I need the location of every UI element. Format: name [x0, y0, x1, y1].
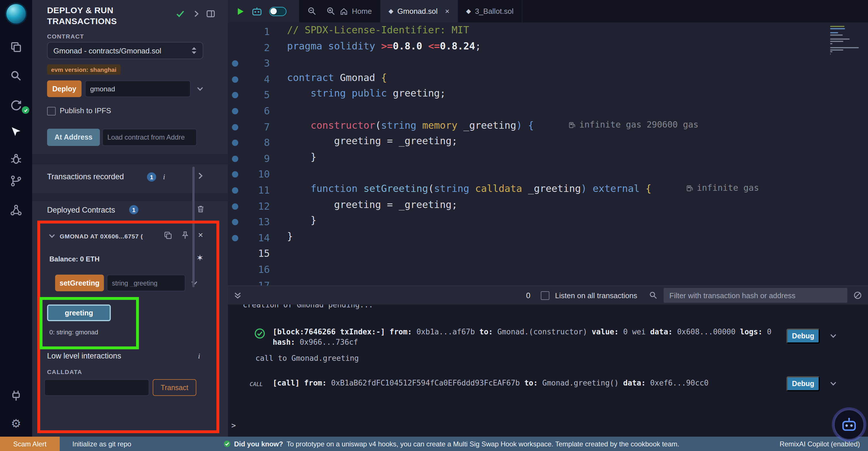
- code-line[interactable]: pragma solidity >=0.8.0 <=0.8.24;: [287, 40, 828, 56]
- instance-header[interactable]: GMONAD AT 0X606...6757 (: [60, 233, 157, 239]
- terminal-prompt[interactable]: >: [231, 421, 236, 430]
- solidity-compiler-icon[interactable]: [5, 94, 28, 117]
- code-line[interactable]: [287, 167, 828, 183]
- gutter-row[interactable]: 7: [228, 119, 285, 135]
- scam-alert-button[interactable]: Scam Alert: [0, 436, 60, 451]
- gutter-row[interactable]: 5: [228, 88, 285, 104]
- trash-icon[interactable]: [196, 204, 205, 213]
- code-line[interactable]: [287, 246, 828, 262]
- constructor-arg-input[interactable]: [85, 80, 191, 97]
- remix-logo[interactable]: [5, 3, 27, 25]
- tx-log-line[interactable]: hash: 0x966...736cf: [273, 338, 358, 346]
- gutter-row[interactable]: 13: [228, 214, 285, 230]
- code-line[interactable]: // SPDX-License-Identifier: MIT: [287, 24, 828, 40]
- code-line[interactable]: [287, 104, 828, 119]
- clear-console-icon[interactable]: [853, 291, 862, 300]
- gutter-row[interactable]: 17: [228, 278, 285, 285]
- remove-instance-icon[interactable]: ×: [198, 230, 203, 239]
- collapse-terminal-icon[interactable]: [234, 291, 242, 299]
- git-init-button[interactable]: Initialize as git repo: [72, 440, 131, 448]
- code-line[interactable]: }: [287, 214, 828, 230]
- debug-button[interactable]: Debug: [786, 376, 820, 391]
- gutter-row[interactable]: 14: [228, 230, 285, 246]
- workspaces-icon[interactable]: [5, 36, 28, 59]
- tx-expand-chevron-icon[interactable]: [830, 380, 837, 387]
- gutter-row[interactable]: 8: [228, 135, 285, 151]
- editor-minimap[interactable]: [830, 26, 862, 62]
- code-content[interactable]: // SPDX-License-Identifier: MITpragma so…: [287, 24, 828, 285]
- gas-pump-icon: [686, 185, 693, 192]
- transactions-expand-icon[interactable]: [196, 172, 205, 180]
- listen-all-checkbox[interactable]: [541, 291, 549, 300]
- greeting-button[interactable]: greeting: [47, 305, 111, 321]
- panel-forward-icon[interactable]: [192, 10, 200, 18]
- code-line[interactable]: greeting = _greeting;: [287, 198, 828, 214]
- tab-3-ballot-sol[interactable]: ◆ 3_Ballot.sol: [458, 0, 522, 22]
- deployed-count-badge: 1: [129, 205, 138, 214]
- at-address-input[interactable]: [102, 129, 197, 146]
- gutter-row[interactable]: 12: [228, 198, 285, 214]
- tx-expand-chevron-icon[interactable]: [830, 332, 837, 340]
- instance-collapse-chevron-icon[interactable]: [48, 232, 56, 239]
- tab-gmonad-sol[interactable]: ◆ Gmonad.sol ×: [380, 0, 458, 22]
- code-editor[interactable]: 1234567891011121314151617 // SPDX-Licens…: [228, 22, 868, 285]
- code-line[interactable]: [287, 262, 828, 278]
- deploy-button[interactable]: Deploy: [47, 80, 82, 97]
- copy-address-icon[interactable]: [164, 231, 172, 239]
- publish-ipfs-checkbox[interactable]: [47, 107, 56, 115]
- home-icon: [340, 7, 348, 15]
- tx-log-line[interactable]: [block:7646266 txIndex:-] from: 0xb1a...…: [273, 328, 772, 336]
- calldata-input[interactable]: [44, 379, 149, 396]
- set-greeting-input[interactable]: [107, 275, 185, 291]
- tab-home[interactable]: Home: [332, 0, 380, 22]
- panel-layout-icon[interactable]: [206, 9, 215, 19]
- gutter-row[interactable]: 11: [228, 183, 285, 198]
- ai-robot-icon[interactable]: [251, 6, 262, 16]
- gutter-row[interactable]: 10: [228, 167, 285, 183]
- panel-scrollbar[interactable]: [192, 167, 195, 287]
- set-greeting-button[interactable]: setGreeting: [55, 275, 104, 291]
- at-address-button[interactable]: At Address: [47, 129, 100, 146]
- gutter-row[interactable]: 1: [228, 24, 285, 40]
- code-line[interactable]: [287, 278, 828, 285]
- code-line[interactable]: }: [287, 151, 828, 167]
- code-line[interactable]: string public greeting;: [287, 88, 828, 104]
- tx-log-line[interactable]: [call] from: 0xB1aB62fdFC104512F594fCa0E…: [273, 378, 708, 387]
- gutter-row[interactable]: 15: [228, 246, 285, 262]
- connect-device-icon[interactable]: [5, 384, 28, 407]
- run-script-icon[interactable]: [236, 7, 245, 16]
- code-line[interactable]: greeting = _greeting;: [287, 135, 828, 151]
- transaction-filter-input[interactable]: [663, 288, 847, 303]
- pin-icon[interactable]: [181, 231, 189, 239]
- gutter-row[interactable]: 6: [228, 104, 285, 119]
- code-line[interactable]: constructor(string memory _greeting) {in…: [287, 119, 828, 135]
- transact-button[interactable]: Transact: [153, 379, 196, 396]
- gutter-row[interactable]: 3: [228, 56, 285, 72]
- transactions-info-icon[interactable]: i: [163, 172, 165, 181]
- deploy-expand-chevron-icon[interactable]: [196, 85, 204, 92]
- settings-icon[interactable]: ⚙: [5, 412, 28, 435]
- deploy-run-icon[interactable]: [5, 120, 28, 143]
- terminal-output[interactable]: creation of Gmonad pending... [block:764…: [228, 305, 868, 436]
- tab-close-icon[interactable]: ×: [445, 7, 450, 16]
- source-control-icon[interactable]: [5, 169, 28, 193]
- gutter-row[interactable]: 9: [228, 151, 285, 167]
- code-line[interactable]: }: [287, 230, 828, 246]
- contract-select[interactable]: Gmonad - contracts/Gmonad.sol: [47, 42, 203, 59]
- gutter-row[interactable]: 16: [228, 262, 285, 278]
- plugin-manager-icon[interactable]: [5, 199, 28, 222]
- ai-assistant-fab[interactable]: [834, 409, 865, 440]
- code-line[interactable]: contract Gmonad {: [287, 72, 828, 88]
- debugger-icon[interactable]: [5, 148, 28, 171]
- copilot-toggle[interactable]: [269, 7, 286, 16]
- low-level-info-icon[interactable]: i: [198, 351, 200, 361]
- debug-button[interactable]: Debug: [786, 329, 820, 344]
- terminal-search-icon[interactable]: [649, 291, 658, 300]
- code-line[interactable]: function setGreeting(string calldata _gr…: [287, 183, 828, 198]
- zoom-out-icon[interactable]: [307, 6, 317, 16]
- sparkle-icon[interactable]: ✶: [196, 253, 204, 263]
- gutter-row[interactable]: 2: [228, 40, 285, 56]
- search-icon[interactable]: [5, 64, 28, 87]
- gutter-row[interactable]: 4: [228, 72, 285, 88]
- code-line[interactable]: [287, 56, 828, 72]
